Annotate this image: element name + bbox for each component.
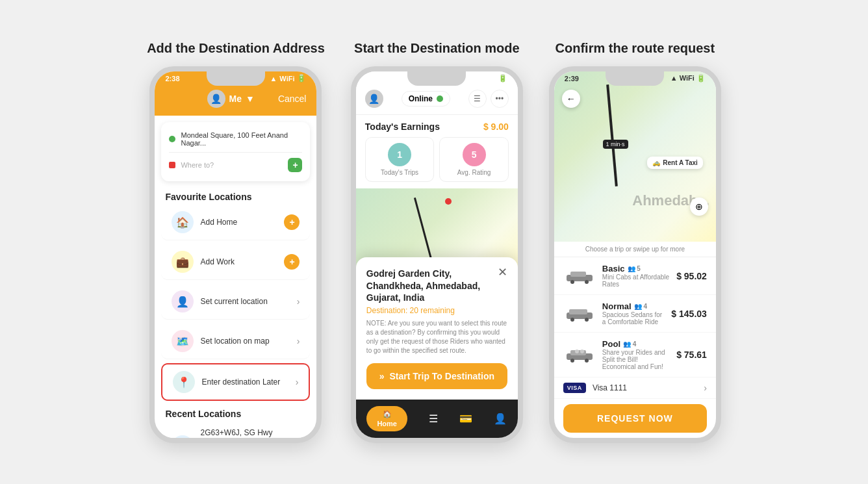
- phone1-content: 👤 Me ▼ Cancel Mondeal Square, 100 Feet A…: [155, 71, 316, 438]
- payment-card-number: Visa 1111: [593, 383, 697, 392]
- normal-ride-option[interactable]: Normal 👥 4 Spacious Sedans for a Comfort…: [554, 295, 716, 333]
- list-nav-icon: ☰: [429, 413, 438, 425]
- phone1-status-icons: ▲ WiFi 🔋: [270, 74, 306, 83]
- svg-point-12: [580, 350, 584, 353]
- popup-note: NOTE: Are you sure you want to select th…: [366, 319, 507, 355]
- add-work-item[interactable]: 💼 Add Work +: [161, 244, 310, 280]
- back-button[interactable]: ←: [562, 90, 580, 108]
- popup-close-button[interactable]: ✕: [498, 265, 507, 279]
- swipe-hint: Choose a trip or swipe up for more: [554, 242, 716, 257]
- card-nav-icon: 💳: [459, 413, 472, 425]
- rating-card: 5 Avg. Rating: [439, 137, 509, 182]
- payment-row[interactable]: VISA Visa 1111 ›: [554, 377, 716, 399]
- screen1-section: Add the Destination Address 2:38 ▲ WiFi …: [147, 41, 325, 443]
- phone2-time: 6:48: [366, 75, 381, 83]
- normal-ride-name: Normal 👥 4: [602, 301, 665, 311]
- home-nav-icon: 🏠: [383, 410, 392, 418]
- basic-car-image: [563, 267, 596, 285]
- nav-card[interactable]: 💳: [459, 413, 472, 425]
- start-trip-label: Start Trip To Destination: [389, 371, 494, 381]
- svg-point-11: [585, 359, 589, 363]
- trips-circle: 1: [388, 143, 411, 166]
- normal-ride-price: $ 145.03: [671, 309, 707, 319]
- pool-ride-name: Pool 👥 4: [602, 339, 670, 349]
- bottom-nav: 🏠 Home ☰ 💳 👤: [356, 400, 518, 438]
- set-current-location-label: Set current location: [200, 297, 290, 306]
- destination-later-icon: 📍: [173, 371, 195, 393]
- minutes-badge: 1 min·s: [603, 140, 628, 149]
- svg-point-2: [570, 280, 574, 284]
- current-location-icon: 👤: [172, 290, 194, 312]
- location-inputs: Mondeal Square, 100 Feet Anand Nagar... …: [161, 122, 310, 181]
- add-home-button[interactable]: +: [284, 214, 300, 230]
- rent-taxi-badge[interactable]: 🚕 Rent A Taxi: [647, 157, 703, 169]
- phone3-frame: 2:39 ▲ WiFi 🔋 Ahmedab... ← 1 min·s 🚕: [549, 66, 721, 443]
- screen3-section: Confirm the route request 2:39 ▲ WiFi 🔋 …: [549, 41, 721, 443]
- request-now-button[interactable]: REQUEST NOW: [563, 404, 707, 433]
- svg-rect-5: [569, 309, 587, 314]
- home-nav-label: Home: [377, 420, 397, 427]
- recent-location-icon: 📍: [172, 435, 194, 443]
- screen1-title: Add the Destination Address: [147, 41, 325, 56]
- earnings-amount: $ 9.00: [483, 121, 509, 132]
- screen2-title: Start the Destination mode: [354, 41, 519, 56]
- driver-avatar: 👤: [365, 90, 383, 108]
- earnings-title: Today's Earnings: [365, 121, 440, 132]
- more-button[interactable]: •••: [491, 90, 509, 108]
- menu-button[interactable]: ☰: [468, 90, 487, 108]
- destination-popup: ✕ Godrej Garden City, Chandkheda, Ahmeda…: [356, 257, 518, 400]
- map-area: Ahmedabad ⊕ ✕ Godrej Garden City, Chandk…: [356, 188, 518, 400]
- basic-ride-desc: Mini Cabs at Affordable Rates: [602, 274, 670, 288]
- svg-point-13: [575, 350, 579, 353]
- nav-home[interactable]: 🏠 Home: [366, 406, 407, 431]
- start-trip-button[interactable]: » Start Trip To Destination: [366, 363, 507, 389]
- avatar: 👤: [207, 90, 225, 108]
- normal-car-image: [563, 305, 596, 323]
- chevron-right-icon2: ›: [297, 336, 300, 346]
- add-home-label: Add Home: [200, 218, 277, 227]
- route-line-p3: [606, 84, 618, 186]
- pool-ride-desc: Share your Rides and Split the Bill! Eco…: [602, 349, 670, 370]
- chevrons-icon: »: [379, 371, 385, 381]
- nav-profile[interactable]: 👤: [494, 413, 507, 425]
- destination-input[interactable]: Where to?: [181, 161, 283, 169]
- add-destination-button[interactable]: +: [288, 158, 302, 172]
- pool-ride-info: Pool 👥 4 Share your Rides and Split the …: [602, 339, 670, 370]
- add-work-label: Add Work: [200, 257, 277, 266]
- pool-ride-price: $ 75.61: [676, 350, 707, 360]
- online-toggle[interactable]: Online: [402, 91, 450, 107]
- recent-location-item[interactable]: 📍 2G63+W6J, SG Hwy Service Rd, Prahlad N…: [161, 422, 310, 443]
- basic-ride-option[interactable]: Basic 👥 5 Mini Cabs at Affordable Rates …: [554, 257, 716, 295]
- destination-pin: [445, 198, 452, 205]
- enter-destination-later-item[interactable]: 📍 Enter destination Later ›: [161, 363, 310, 401]
- add-work-button[interactable]: +: [284, 254, 300, 270]
- popup-destination: Destination: 20 remaining: [366, 306, 507, 315]
- svg-point-7: [585, 318, 589, 322]
- chevron-right-icon3: ›: [296, 377, 299, 387]
- basic-ride-info: Basic 👥 5 Mini Cabs at Affordable Rates: [602, 264, 670, 288]
- phone3-content: Ahmedab... ← 1 min·s 🚕 Rent A Taxi ⊕ Cho…: [554, 71, 716, 438]
- phone1-frame: 2:38 ▲ WiFi 🔋 👤 Me ▼ Cancel: [149, 66, 322, 443]
- cancel-button[interactable]: Cancel: [278, 94, 307, 104]
- profile-nav-icon: 👤: [494, 413, 507, 425]
- header-user[interactable]: 👤 Me ▼: [207, 90, 255, 108]
- destination-row: Where to? +: [169, 155, 302, 175]
- recent-title: Recent Locations: [155, 405, 316, 422]
- pool-ride-option[interactable]: Pool 👥 4 Share your Rides and Split the …: [554, 333, 716, 377]
- svg-point-10: [570, 359, 574, 363]
- home-icon: 🏠: [172, 211, 194, 233]
- add-home-item[interactable]: 🏠 Add Home +: [161, 205, 310, 240]
- chevron-right-icon: ›: [297, 296, 300, 307]
- phone3-time: 2:39: [565, 75, 579, 83]
- map-icon: 🗺️: [172, 330, 194, 352]
- set-location-map-item[interactable]: 🗺️ Set location on map ›: [161, 324, 310, 359]
- basic-ride-name: Basic 👥 5: [602, 264, 670, 274]
- earnings-section: Today's Earnings $ 9.00 1 Today's Trips …: [356, 115, 518, 188]
- rating-circle: 5: [463, 143, 486, 166]
- phone3-map: Ahmedab... ← 1 min·s 🚕 Rent A Taxi ⊕: [554, 71, 716, 242]
- locator-button[interactable]: ⊕: [690, 197, 708, 216]
- online-label: Online: [409, 94, 433, 103]
- set-current-location-item[interactable]: 👤 Set current location ›: [161, 284, 310, 320]
- nav-list[interactable]: ☰: [429, 413, 438, 425]
- screen3-title: Confirm the route request: [555, 41, 715, 56]
